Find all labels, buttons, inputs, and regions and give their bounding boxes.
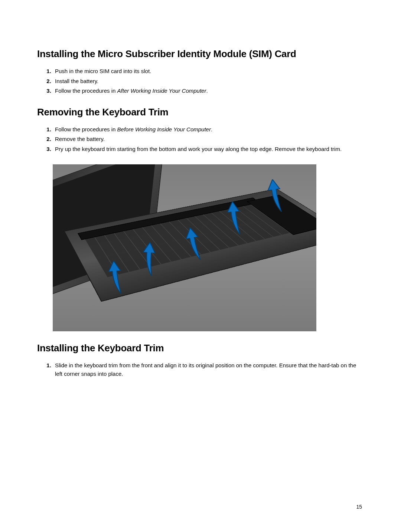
section-heading-remove-trim: Removing the Keyboard Trim <box>37 106 364 118</box>
list-item: Pry up the keyboard trim starting from t… <box>53 145 364 154</box>
section-heading-install-sim: Installing the Micro Subscriber Identity… <box>37 48 364 60</box>
list-item: Follow the procedures in Before Working … <box>53 125 364 134</box>
figure-keyboard-trim <box>53 164 316 331</box>
page-number: 15 <box>356 504 362 510</box>
steps-install-trim: Slide in the keyboard trim from the fron… <box>37 361 364 378</box>
list-item: Push in the micro SIM card into its slot… <box>53 67 364 76</box>
arrow-up-icon <box>226 201 242 236</box>
steps-install-sim: Push in the micro SIM card into its slot… <box>37 67 364 95</box>
steps-remove-trim: Follow the procedures in Before Working … <box>37 125 364 154</box>
document-page: Installing the Micro Subscriber Identity… <box>0 0 401 411</box>
list-item: Remove the battery. <box>53 135 364 144</box>
arrow-up-icon <box>107 260 123 295</box>
list-item: Install the battery. <box>53 77 364 86</box>
list-item: Slide in the keyboard trim from the fron… <box>53 361 364 378</box>
list-item: Follow the procedures in After Working I… <box>53 87 364 95</box>
section-heading-install-trim: Installing the Keyboard Trim <box>37 342 364 354</box>
